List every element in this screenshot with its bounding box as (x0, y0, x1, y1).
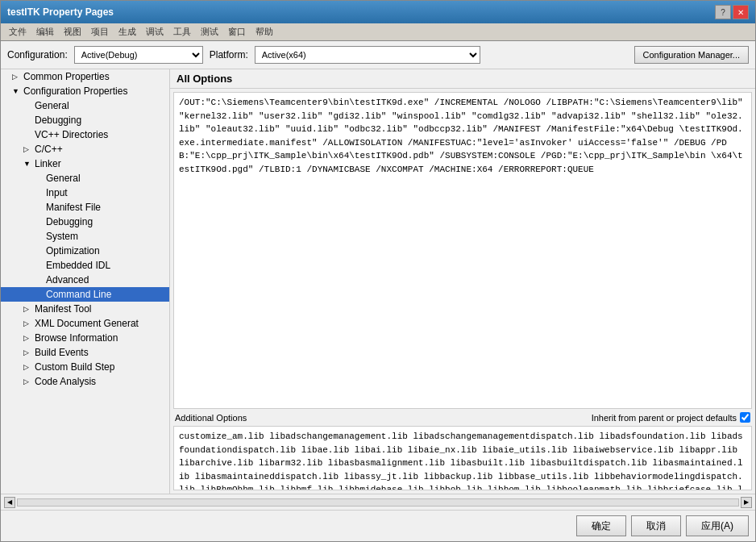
sidebar-item-label: General (35, 100, 69, 111)
sidebar-item-configuration-properties[interactable]: ▼ Configuration Properties (1, 84, 169, 98)
sidebar-item-c-cpp[interactable]: ▷ C/C++ (1, 142, 169, 156)
sidebar-item-linker-advanced[interactable]: Advanced (1, 273, 169, 287)
minimize-button[interactable]: ? (715, 5, 731, 19)
toolbar-tools[interactable]: 工具 (168, 26, 196, 38)
sidebar-item-label: Code Analysis (35, 376, 96, 387)
sidebar-item-label: Input (46, 187, 68, 198)
arrow-icon: ▼ (23, 160, 35, 168)
horizontal-scrollbar: ◀ ▶ (1, 494, 755, 510)
toolbar-debug[interactable]: 调试 (141, 26, 168, 38)
arrow-icon: ▷ (23, 363, 35, 371)
config-select[interactable]: Active(Debug) (74, 46, 203, 64)
sidebar-item-vc-directories[interactable]: VC++ Directories (1, 127, 169, 142)
arrow-icon: ▷ (23, 305, 35, 313)
section-title: All Options (170, 69, 755, 89)
sidebar-item-label: Command Line (46, 289, 111, 300)
arrow-icon: ▷ (23, 348, 35, 356)
close-button[interactable]: ✕ (733, 5, 749, 19)
sidebar-item-debugging[interactable]: Debugging (1, 113, 169, 127)
sidebar-item-linker-manifest-file[interactable]: Manifest File (1, 200, 169, 215)
toolbar-help[interactable]: 帮助 (251, 26, 278, 38)
sidebar-item-label: Debugging (46, 216, 93, 227)
arrow-icon: ▷ (23, 145, 35, 153)
sidebar-item-label: Debugging (35, 115, 81, 126)
dialog-content: Configuration: Active(Debug) Platform: A… (1, 41, 755, 541)
sidebar-item-linker-system[interactable]: System (1, 229, 169, 244)
sidebar-item-linker-embedded-idl[interactable]: Embedded IDL (1, 258, 169, 273)
toolbar-edit[interactable]: 编辑 (31, 26, 59, 38)
toolbar-project[interactable]: 项目 (86, 26, 114, 38)
sidebar-item-linker-command-line[interactable]: Command Line (1, 287, 169, 302)
toolbar-build[interactable]: 生成 (114, 26, 141, 38)
sidebar-item-common-properties[interactable]: ▷ Common Properties (1, 69, 169, 84)
sidebar-item-general[interactable]: General (1, 98, 169, 113)
sidebar-item-build-events[interactable]: ▷ Build Events (1, 345, 169, 360)
configuration-manager-button[interactable]: Configuration Manager... (634, 46, 749, 64)
sidebar-item-label: Browse Information (35, 332, 118, 344)
sidebar-item-label: General (46, 173, 81, 184)
main-window: testITK Property Pages ? ✕ 文件 编辑 视图 项目 生… (0, 0, 756, 542)
sidebar-item-label: System (46, 231, 78, 242)
main-area: ▷ Common Properties ▼ Configuration Prop… (1, 69, 755, 494)
toolbar-window[interactable]: 窗口 (223, 26, 251, 38)
sidebar-item-label: Manifest File (46, 202, 101, 213)
arrow-icon: ▼ (12, 87, 23, 95)
toolbar-file[interactable]: 文件 (4, 26, 31, 38)
sidebar-item-code-analysis[interactable]: ▷ Code Analysis (1, 374, 169, 389)
sidebar-item-xml-document[interactable]: ▷ XML Document Generat (1, 316, 169, 331)
title-controls: ? ✕ (715, 5, 749, 19)
ok-button[interactable]: 确定 (576, 515, 626, 536)
left-panel: ▷ Common Properties ▼ Configuration Prop… (1, 69, 170, 494)
additional-section: Additional Options Inherit from parent o… (170, 411, 755, 494)
sidebar-item-label: Optimization (46, 245, 100, 256)
config-label: Configuration: (7, 49, 68, 60)
toolbar-view[interactable]: 视图 (59, 26, 86, 38)
sidebar-item-label: Manifest Tool (35, 303, 91, 315)
arrow-icon: ▷ (23, 377, 35, 386)
sidebar-item-linker-input[interactable]: Input (1, 186, 169, 200)
sidebar-item-label: XML Document Generat (35, 318, 139, 329)
sidebar-item-label: Embedded IDL (46, 260, 110, 271)
sidebar-item-label: VC++ Directories (35, 129, 108, 140)
arrow-icon: ▷ (12, 73, 23, 81)
additional-header: Additional Options Inherit from parent o… (170, 411, 755, 424)
inherit-checkbox-area: Inherit from parent or project defaults (592, 412, 750, 423)
sidebar-item-linker[interactable]: ▼ Linker (1, 156, 169, 171)
inherit-checkbox[interactable] (740, 412, 750, 423)
sidebar-item-custom-build-step[interactable]: ▷ Custom Build Step (1, 360, 169, 374)
sidebar-item-label: Configuration Properties (23, 85, 127, 97)
sidebar-item-browse-information[interactable]: ▷ Browse Information (1, 331, 169, 345)
right-panel: All Options /OUT:"C:\Siemens\Teamcenter9… (170, 69, 755, 494)
inherit-label: Inherit from parent or project defaults (592, 413, 737, 423)
arrow-icon: ▷ (23, 319, 35, 327)
sidebar-item-label: C/C++ (35, 144, 63, 155)
apply-button[interactable]: 应用(A) (686, 515, 749, 536)
sidebar-item-linker-general[interactable]: General (1, 171, 169, 186)
sidebar-item-label: Linker (35, 158, 61, 169)
platform-label: Platform: (210, 49, 248, 60)
sidebar-item-label: Build Events (35, 347, 89, 358)
cancel-button[interactable]: 取消 (631, 515, 681, 536)
window-title: testITK Property Pages (7, 6, 114, 18)
scroll-left-button[interactable]: ◀ (4, 497, 15, 508)
title-bar: testITK Property Pages ? ✕ (1, 1, 755, 23)
sidebar-item-label: Common Properties (23, 71, 110, 82)
scroll-right-button[interactable]: ▶ (741, 497, 752, 508)
sidebar-item-label: Advanced (46, 274, 89, 286)
sidebar-item-linker-optimization[interactable]: Optimization (1, 244, 169, 258)
toolbar: 文件 编辑 视图 项目 生成 调试 工具 测试 窗口 帮助 (1, 23, 755, 41)
sidebar-item-linker-debugging[interactable]: Debugging (1, 215, 169, 229)
additional-text-area[interactable]: customize_am.lib libadschangemanagement.… (173, 426, 752, 490)
sidebar-item-manifest-tool[interactable]: ▷ Manifest Tool (1, 302, 169, 316)
scroll-track[interactable] (17, 498, 739, 507)
options-text: /OUT:"C:\Siemens\Teamcenter9\bin\testITK… (174, 93, 751, 179)
bottom-bar: 确定 取消 应用(A) (1, 510, 755, 541)
sidebar-item-label: Custom Build Step (35, 361, 114, 373)
toolbar-test[interactable]: 测试 (196, 26, 223, 38)
config-bar: Configuration: Active(Debug) Platform: A… (1, 41, 755, 69)
additional-title: Additional Options (175, 413, 247, 423)
additional-text: customize_am.lib libadschangemanagement.… (174, 427, 751, 490)
arrow-icon: ▷ (23, 334, 35, 342)
platform-select[interactable]: Active(x64) (255, 46, 480, 64)
options-area[interactable]: /OUT:"C:\Siemens\Teamcenter9\bin\testITK… (173, 92, 752, 409)
